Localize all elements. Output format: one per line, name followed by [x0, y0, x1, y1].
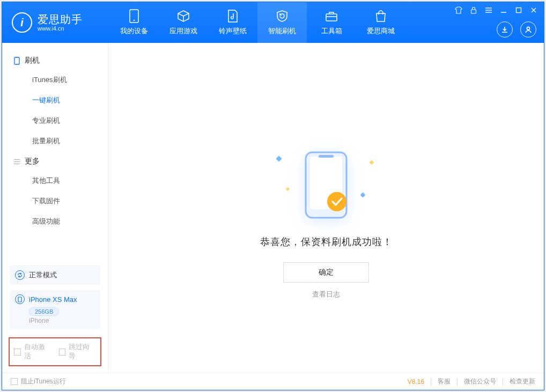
phone-icon [127, 9, 141, 23]
sparkle-icon [370, 160, 374, 165]
close-button[interactable] [529, 5, 538, 15]
nav-smart-flash[interactable]: 智能刷机 [257, 2, 307, 43]
svg-rect-6 [14, 57, 19, 64]
device-name: iPhone XS Max [29, 295, 77, 304]
toolbox-icon [324, 9, 338, 23]
success-message: 恭喜您，保资料刷机成功啦！ [260, 235, 393, 248]
lock-icon[interactable] [469, 5, 478, 15]
device-storage-badge: 256GB [29, 307, 59, 316]
nav-store[interactable]: 爱思商城 [356, 2, 405, 43]
sidebar-item-advanced[interactable]: 高级功能 [2, 211, 108, 232]
version-label: V8.16 [408, 378, 424, 386]
downloads-button[interactable] [497, 21, 513, 38]
app-logo-icon: i [12, 12, 32, 33]
sidebar-item-itunes-flash[interactable]: iTunes刷机 [2, 70, 108, 90]
highlighted-options-box: 自动激活 跳过向导 [9, 337, 101, 366]
sidebar-group-flash: 刷机 [2, 50, 108, 70]
nav-tabs: 我的设备 应用游戏 铃声壁纸 智能刷机 工具箱 爱思商城 [109, 2, 405, 43]
device-card[interactable]: iPhone XS Max 256GB iPhone [10, 290, 100, 329]
refresh-shield-icon [275, 9, 289, 23]
checkbox-block-itunes[interactable]: 阻止iTunes运行 [11, 377, 66, 386]
svg-rect-4 [517, 8, 521, 13]
minimize-button[interactable] [499, 5, 508, 15]
sidebar-item-oneclick-flash[interactable]: 一键刷机 [2, 90, 108, 110]
checkbox-skip-guide[interactable]: 跳过向导 [59, 343, 97, 361]
svg-rect-2 [326, 14, 337, 21]
nav-my-device[interactable]: 我的设备 [109, 2, 159, 43]
footer-link-update[interactable]: 检查更新 [510, 377, 535, 386]
tshirt-icon[interactable] [454, 5, 463, 15]
sidebar: 刷机 iTunes刷机 一键刷机 专业刷机 批量刷机 更多 其他工具 下载固件 … [2, 43, 108, 373]
view-log-link[interactable]: 查看日志 [312, 290, 340, 299]
sidebar-item-batch-flash[interactable]: 批量刷机 [2, 131, 108, 151]
nav-toolbox[interactable]: 工具箱 [307, 2, 356, 43]
body: 刷机 iTunes刷机 一键刷机 专业刷机 批量刷机 更多 其他工具 下载固件 … [2, 43, 544, 373]
music-file-icon [226, 9, 240, 23]
account-button[interactable] [520, 21, 536, 38]
top-bar: i 爱思助手 www.i4.cn 我的设备 应用游戏 铃声壁纸 智能刷机 [2, 2, 544, 43]
window-controls [454, 5, 538, 15]
brand-text: 爱思助手 www.i4.cn [38, 13, 83, 32]
sidebar-item-other-tools[interactable]: 其他工具 [2, 171, 108, 191]
checkbox-icon [14, 349, 21, 356]
footer-link-support[interactable]: 客服 [438, 377, 451, 386]
app-subtitle: www.i4.cn [38, 25, 83, 32]
footer-right: V8.16 客服 微信公众号 检查更新 [408, 377, 535, 386]
app-window: i 爱思助手 www.i4.cn 我的设备 应用游戏 铃声壁纸 智能刷机 [2, 2, 544, 390]
brand-block: i 爱思助手 www.i4.cn [2, 2, 109, 43]
ok-button[interactable]: 确定 [283, 262, 369, 283]
cube-icon [176, 9, 190, 23]
footer-link-wechat[interactable]: 微信公众号 [464, 377, 496, 386]
sidebar-group-more: 更多 [2, 151, 108, 171]
sidebar-item-pro-flash[interactable]: 专业刷机 [2, 110, 108, 131]
nav-apps-games[interactable]: 应用游戏 [159, 2, 208, 43]
checkbox-icon [59, 349, 66, 356]
svg-rect-10 [319, 155, 334, 158]
sync-icon [15, 270, 25, 280]
nav-ringtones-wallpapers[interactable]: 铃声壁纸 [208, 2, 257, 43]
sidebar-item-download-firmware[interactable]: 下载固件 [2, 191, 108, 211]
svg-point-11 [327, 192, 346, 211]
app-title: 爱思助手 [38, 13, 83, 25]
svg-rect-7 [18, 297, 21, 302]
maximize-button[interactable] [514, 5, 523, 15]
svg-rect-3 [471, 10, 476, 13]
sparkle-icon [276, 156, 282, 161]
device-icon [15, 294, 25, 304]
checkbox-auto-activate[interactable]: 自动激活 [14, 343, 51, 361]
footer-bar: 阻止iTunes运行 V8.16 客服 微信公众号 检查更新 [2, 373, 544, 390]
sparkle-icon [286, 187, 290, 191]
list-icon [13, 159, 20, 165]
device-mode-badge[interactable]: 正常模式 [10, 265, 100, 285]
phone-illustration-icon [302, 150, 350, 220]
device-small-icon [13, 57, 20, 65]
sparkle-icon [360, 193, 366, 198]
device-type: iPhone [29, 317, 95, 324]
main-panel: 恭喜您，保资料刷机成功啦！ 确定 查看日志 [108, 43, 544, 373]
topbar-actions [497, 21, 536, 38]
checkbox-icon [11, 378, 18, 385]
shopping-bag-icon [374, 9, 388, 23]
svg-point-5 [527, 27, 529, 29]
menu-icon[interactable] [484, 5, 493, 15]
svg-point-1 [134, 20, 135, 21]
success-illustration [302, 150, 350, 221]
